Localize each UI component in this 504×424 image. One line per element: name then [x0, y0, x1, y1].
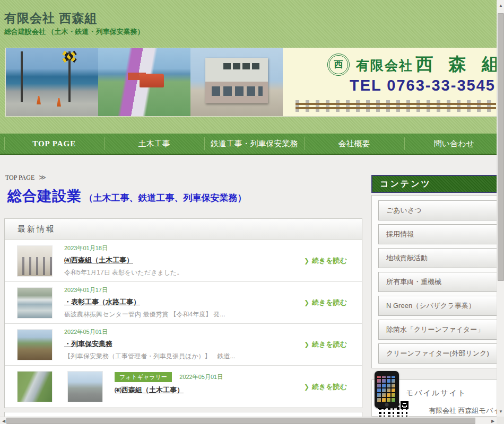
news-row: 2022年05月01日 ・列車保安業務 【列車保安業務（工事管理者・列車見張員ほ… — [5, 324, 362, 366]
header-banner: 西 有限会社 西 森 組 TEL 0763-33-3545 — [5, 48, 503, 117]
page: 有限会社 西森組 総合建設会社 （土木・鉄道・列車保安業務） — [0, 0, 504, 424]
traffic-cone — [57, 98, 61, 107]
qr-finder-pattern — [401, 401, 409, 409]
scrollbar-corner — [497, 417, 504, 424]
header-band: 有限会社 西森組 総合建設会社 （土木・鉄道・列車保安業務） — [0, 0, 504, 155]
news-row: 2023年01月17日 ・表彰工事（水路工事） 砺波農林振興センター管内 最優秀… — [5, 282, 362, 324]
vertical-scrollbar[interactable]: ▲ ▼ — [497, 0, 504, 417]
news-section: 最新情報 2023年01月18日 ㈲西森組（土木工事） 令和5年1月17日 表彰… — [4, 218, 362, 408]
scroll-down-icon[interactable]: ▼ — [497, 407, 504, 416]
building-windows — [212, 86, 263, 96]
sidebar-item-greeting[interactable]: ごあいさつ — [378, 200, 504, 220]
news-title-link[interactable]: ・列車保安業務 — [64, 339, 112, 349]
sidebar-item-recruit[interactable]: 採用情報 — [378, 224, 504, 244]
nav-item-contact[interactable]: 問い合わせ — [404, 134, 504, 154]
news-date: 2022年05月01日 — [64, 328, 236, 336]
chevron-right-icon: ❯ — [304, 257, 309, 264]
nav-item-civil-engineering[interactable]: 土木工事 — [104, 134, 204, 154]
site-subtitle: 総合建設会社 （土木・鉄道・列車保安業務） — [4, 27, 144, 37]
train-shape — [140, 74, 164, 87]
chevron-right-icon: ❯ — [304, 383, 309, 391]
nav-item-company-profile[interactable]: 会社概要 — [304, 134, 404, 154]
banner-photo-train-shibazakura — [98, 48, 190, 116]
page-title-note: （土木工事、鉄道工事、列車保安業務） — [84, 193, 246, 203]
smartphone-home-button — [385, 403, 389, 407]
horizontal-scrollbar-thumb[interactable] — [6, 418, 475, 424]
page-title-main: 総合建設業 — [7, 188, 82, 204]
chevron-right-icon: ❯ — [304, 341, 309, 348]
banner-photo-railroad-crossing — [6, 48, 98, 116]
scroll-up-icon[interactable]: ▲ — [497, 1, 504, 10]
read-more-link[interactable]: ❯続きを読む — [304, 382, 347, 392]
photo-gallery-badge: フォトギャラリー — [115, 372, 172, 382]
news-excerpt: 砺波農林振興センター管内 最優秀賞 【令和4年度】 発... — [64, 310, 225, 319]
nav-item-railway-safety[interactable]: 鉄道工事・列車保安業務 — [204, 134, 304, 154]
news-title-link[interactable]: ㈲西森組（土木工事） — [115, 385, 184, 395]
news-thumbnail-waterway[interactable] — [18, 288, 52, 318]
vertical-scrollbar-thumb[interactable] — [498, 13, 504, 281]
news-date: 2023年01月18日 — [64, 244, 183, 252]
smartphone-icon — [375, 371, 399, 408]
read-more-link[interactable]: ❯続きを読む — [304, 256, 347, 266]
smartphone-screen — [377, 376, 396, 402]
sidebar-item-cleanfighter[interactable]: 除菌水「クリーンファイター」 — [378, 320, 504, 340]
chevron-right-icon: ❯ — [304, 299, 309, 306]
news-excerpt: 【列車保安業務（工事管理者・列車見張員ほか）】 鉄道... — [64, 352, 236, 361]
main-nav: TOP PAGE 土木工事 鉄道工事・列車保安業務 会社概要 問い合わせ — [0, 134, 504, 155]
news-row: 2023年01月18日 ㈲西森組（土木工事） 令和5年1月17日 表彰をいただき… — [5, 240, 362, 282]
scroll-right-icon[interactable]: ▶ — [489, 417, 497, 424]
site-title: 有限会社 西森組 — [4, 10, 97, 26]
company-logo-icon: 西 — [327, 54, 350, 76]
sidebar-title: コンテンツ — [371, 175, 503, 193]
news-row: フォトギャラリー 2022年05月01日 ㈲西森組（土木工事） ❯続きを読む — [5, 366, 362, 408]
breadcrumb-home-link[interactable]: TOP PAGE — [5, 174, 34, 181]
breadcrumb: TOP PAGE ≫ — [5, 173, 46, 182]
news-date: 2023年01月17日 — [64, 286, 225, 294]
sidebar-item-cleanfighter-external[interactable]: クリーンファイター(外部リンク) — [378, 343, 504, 364]
news-thumbnail-rail-workers[interactable] — [18, 330, 52, 360]
sidebar-item-vehicles[interactable]: 所有車両・重機械 — [378, 272, 504, 292]
banner-logo-panel: 西 有限会社 西 森 組 TEL 0763-33-3545 — [283, 48, 502, 116]
company-name: 西 森 組 — [415, 54, 504, 74]
sidebar-menu: ごあいさつ 採用情報 地域貢献活動 所有車両・重機械 N Green（シバザクラ… — [371, 195, 503, 368]
nav-item-top-page[interactable]: TOP PAGE — [4, 134, 104, 154]
mobile-site-caption: 有限会社 西森組モバイ — [429, 406, 500, 416]
company-prefix: 有限会社 — [356, 58, 413, 73]
double-chevron-right-icon: ≫ — [39, 173, 46, 181]
news-title-link[interactable]: ・表彰工事（水路工事） — [64, 297, 140, 307]
news-excerpt: 令和5年1月17日 表彰をいただきました。 — [64, 268, 183, 277]
news-thumbnail-road[interactable] — [68, 372, 102, 402]
banner-phone-number: TEL 0763-33-3545 — [350, 77, 496, 94]
news-date: 2022年05月01日 — [179, 374, 223, 380]
traffic-cone — [37, 96, 41, 104]
read-more-link[interactable]: ❯続きを読む — [304, 340, 347, 349]
news-section-title: 最新情報 — [5, 219, 362, 240]
railway-track-graphic — [296, 100, 496, 112]
news-thumbnail-concrete-channel[interactable] — [18, 372, 52, 402]
page-title: 総合建設業 （土木工事、鉄道工事、列車保安業務） — [7, 187, 246, 206]
read-more-link[interactable]: ❯続きを読む — [304, 298, 347, 307]
news-title-link[interactable]: ㈲西森組（土木工事） — [64, 255, 133, 265]
crossing-pole — [21, 51, 23, 102]
sidebar-item-ngreen[interactable]: N Green（シバザクラ事業） — [378, 296, 504, 316]
sidebar-item-community[interactable]: 地域貢献活動 — [378, 248, 504, 268]
banner-photo-office-building — [190, 48, 283, 116]
horizontal-scrollbar[interactable]: ◀ ▶ — [0, 417, 497, 424]
mobile-site-title: モバイルサイト — [406, 388, 466, 398]
building-windows — [223, 63, 262, 69]
news-thumbnail-award-ceremony[interactable] — [18, 246, 52, 276]
banner-company-name: 有限会社 西 森 組 — [356, 52, 504, 76]
